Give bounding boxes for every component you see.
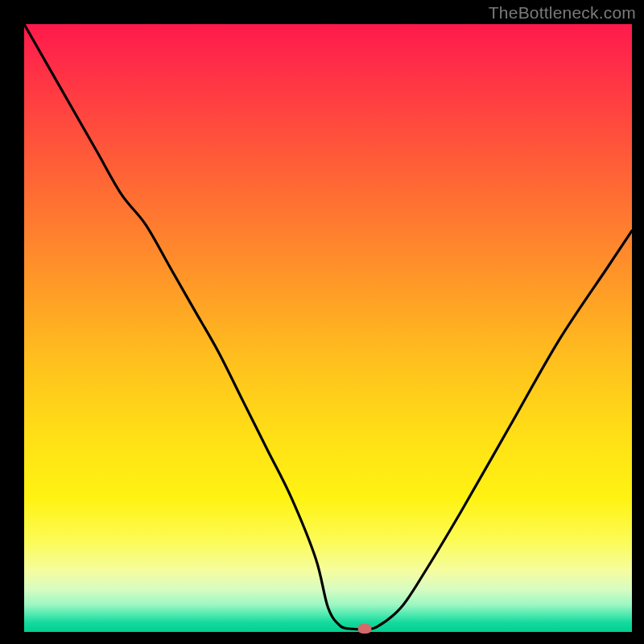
watermark-text: TheBottleneck.com [489,3,636,23]
bottleneck-curve [24,24,632,632]
chart-frame: TheBottleneck.com [0,0,644,644]
minimum-marker [357,624,371,634]
plot-area [24,24,632,632]
